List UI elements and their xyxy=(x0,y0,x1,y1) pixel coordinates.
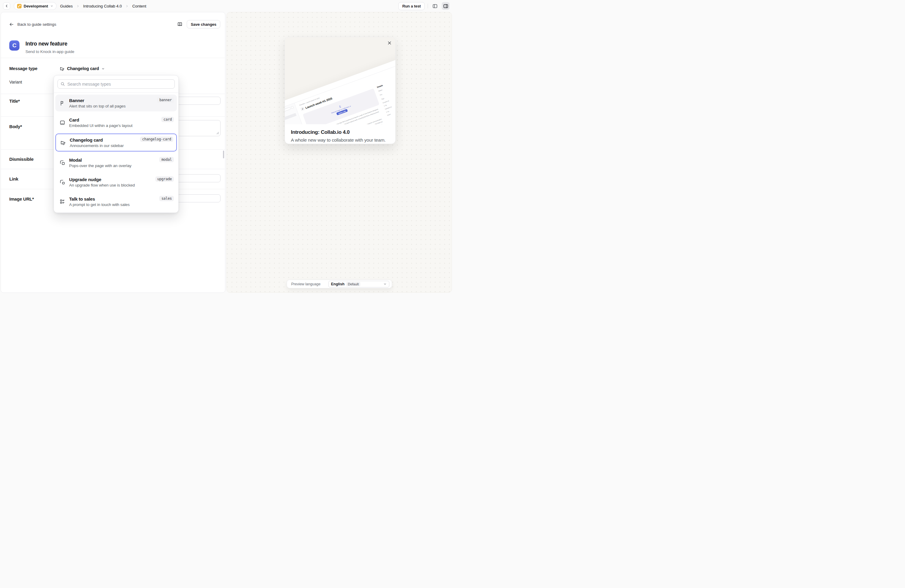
left-panel-toggle-button[interactable] xyxy=(431,2,439,10)
scrollbar-thumb[interactable] xyxy=(223,151,224,158)
upload-icon xyxy=(338,105,341,108)
run-test-button[interactable]: Run a test xyxy=(399,2,425,10)
message-type-option-upgrade-nudge[interactable]: Upgrade nudge An upgrade flow when use i… xyxy=(56,174,177,191)
mockup-window: Share 2025 Q2 Launch dates Launch week H… xyxy=(285,54,395,124)
option-description: Announcements in our sidebar xyxy=(70,143,124,148)
upgrade-icon xyxy=(59,180,65,185)
chevron-down-icon xyxy=(50,5,53,8)
changelog-preview-card: Share 2025 Q2 Launch dates Launch week H… xyxy=(284,37,395,144)
message-type-option-modal[interactable]: Modal Pops-over the page with an overlay… xyxy=(56,154,177,171)
page-title: Intro new feature xyxy=(25,41,67,47)
option-name: Talk to sales xyxy=(69,196,130,202)
save-changes-button[interactable]: Save changes xyxy=(187,20,220,29)
resize-handle-icon[interactable] xyxy=(216,132,219,134)
chevron-right-icon xyxy=(76,5,79,8)
option-badge: banner xyxy=(157,97,174,103)
chevron-down-icon xyxy=(102,67,105,70)
image-url-field-label: Image URL* xyxy=(9,196,34,202)
breadcrumb-content[interactable]: Content xyxy=(132,4,146,8)
card-icon xyxy=(59,120,65,126)
environment-label: Development xyxy=(24,4,48,8)
section-divider xyxy=(1,58,225,58)
option-description: Alert that sits on top of all pages xyxy=(69,104,126,108)
preview-card-subtitle: A whole new way to collaborate with your… xyxy=(285,135,395,143)
modal-icon xyxy=(59,160,65,165)
docs-button[interactable] xyxy=(177,22,183,27)
option-badge: changelog-card xyxy=(140,137,173,142)
option-description: An upgrade flow when use is blocked xyxy=(69,183,135,188)
guide-editor-panel: Back to guide settings Save changes C In… xyxy=(1,12,225,293)
megaphone-icon xyxy=(60,66,65,71)
environment-branch-icon xyxy=(17,4,22,8)
option-name: Modal xyxy=(69,157,132,162)
option-name: Card xyxy=(69,118,133,122)
preview-close-button[interactable] xyxy=(387,41,392,45)
option-badge: modal xyxy=(159,157,174,162)
option-description: Embedded UI within a page's layout xyxy=(69,123,133,128)
option-badge: upgrade xyxy=(155,176,174,182)
back-to-guide-settings[interactable]: Back to guide settings xyxy=(9,22,56,27)
message-type-option-talk-to-sales[interactable]: Talk to sales A prompt to get in touch w… xyxy=(56,193,177,210)
preview-card-title: Introducing: Collab.io 4.0 xyxy=(285,124,395,135)
message-type-label: Message type xyxy=(9,66,37,71)
chevron-right-icon xyxy=(125,5,129,8)
mockup-share-button: Share xyxy=(395,58,395,64)
search-input[interactable] xyxy=(57,79,175,89)
option-name: Upgrade nudge xyxy=(69,177,135,182)
message-type-dropdown: Banner Alert that sits on top of all pag… xyxy=(54,75,179,213)
search-icon xyxy=(60,82,65,86)
right-panel-icon xyxy=(443,3,448,9)
message-type-value: Changelog card xyxy=(67,66,99,71)
megaphone-icon xyxy=(60,140,66,146)
dismissible-field-label: Dismissible xyxy=(9,157,33,162)
back-to-guide-settings-label: Back to guide settings xyxy=(17,22,56,27)
message-type-option-changelog-card[interactable]: Changelog card Announcements in our side… xyxy=(56,133,177,151)
option-name: Banner xyxy=(69,98,126,103)
nav-back-button[interactable] xyxy=(3,2,10,10)
option-badge: card xyxy=(161,117,174,122)
left-panel-icon xyxy=(432,3,438,9)
message-type-option-card[interactable]: Card Embedded UI within a page's layout … xyxy=(56,114,177,131)
page-subtitle: Send to Knock in-app guide xyxy=(25,49,74,54)
preview-language-bar: Preview language English Default xyxy=(287,280,392,288)
link-field-label: Link xyxy=(9,176,18,181)
preview-media: Share 2025 Q2 Launch dates Launch week H… xyxy=(285,37,395,124)
language-value: English xyxy=(331,282,345,286)
breadcrumb-guide-name[interactable]: Introducing Collab 4.0 xyxy=(83,4,122,8)
top-bar: Development Guides Introducing Collab 4.… xyxy=(0,0,452,12)
message-type-list: Banner Alert that sits on top of all pag… xyxy=(54,93,178,213)
flag-icon xyxy=(59,100,65,106)
close-icon xyxy=(387,41,392,45)
variant-label: Variant xyxy=(9,79,22,84)
arrow-left-icon xyxy=(9,22,14,27)
book-open-icon xyxy=(177,22,183,27)
chevron-left-icon xyxy=(5,4,8,8)
guide-avatar: C xyxy=(9,40,19,51)
message-type-select[interactable]: Changelog card xyxy=(60,64,105,73)
language-select[interactable]: English Default xyxy=(328,281,389,288)
preview-panel: Share 2025 Q2 Launch dates Launch week H… xyxy=(227,12,452,293)
option-badge: sales xyxy=(159,196,174,201)
chevron-down-icon xyxy=(383,282,387,286)
body-field-label: Body* xyxy=(9,124,22,129)
environment-selector[interactable]: Development xyxy=(14,2,57,10)
breadcrumb-guides[interactable]: Guides xyxy=(60,4,73,8)
mockup-new-button xyxy=(291,106,294,109)
message-type-option-banner[interactable]: Banner Alert that sits on top of all pag… xyxy=(56,95,177,111)
rocket-icon xyxy=(300,107,305,111)
option-description: A prompt to get in touch with sales xyxy=(69,202,130,207)
language-variant-badge: Default xyxy=(346,282,360,286)
right-panel-toggle-button[interactable] xyxy=(442,2,449,10)
preview-language-label: Preview language xyxy=(291,282,321,286)
breadcrumb: Guides Introducing Collab 4.0 Content xyxy=(60,4,146,8)
list-form-icon xyxy=(59,199,65,205)
option-description: Pops-over the page with an overlay xyxy=(69,164,132,168)
title-field-label: Title* xyxy=(9,99,20,103)
option-name: Changelog card xyxy=(70,137,124,143)
